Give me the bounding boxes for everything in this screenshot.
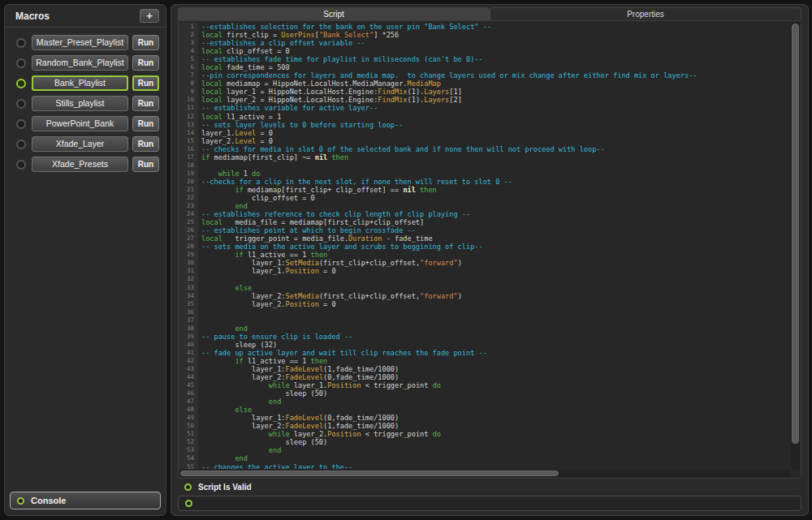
macro-checkbox[interactable]: [16, 99, 26, 109]
line-number: 51: [179, 430, 198, 438]
macro-name-button[interactable]: Random_Bank_Playlist: [32, 55, 128, 71]
line-number: 14: [179, 129, 198, 137]
line-number: 7: [179, 71, 198, 80]
code-text: layer_2:FadeLevel(1,fade_time/1000): [198, 422, 399, 430]
tab-script[interactable]: Script: [178, 7, 490, 20]
macro-name-button[interactable]: Xfade_Presets: [32, 157, 128, 172]
code-line: 51 while layer_2.Position < trigger_poin…: [179, 430, 790, 438]
code-line: 10local layer_2 = HippoNet.LocalHost.Eng…: [179, 96, 790, 104]
code-line: 36: [179, 308, 790, 316]
code-text: if l1_active == 1 then: [198, 357, 327, 365]
code-text: layer_1:SetMedia(first_clip+clip_offset,…: [198, 259, 462, 267]
output-led-icon: [185, 500, 192, 507]
code-line: 28-- sets media on the active layer and …: [179, 243, 790, 251]
line-number: 15: [179, 137, 198, 145]
code-line: 50 layer_2:FadeLevel(1,fade_time/1000): [179, 422, 790, 430]
line-number: 45: [179, 381, 198, 389]
code-line: 54 end: [179, 454, 790, 462]
line-number: 43: [179, 365, 198, 373]
code-text: else: [198, 284, 252, 292]
code-line: 20--checks for a clip in the next slot, …: [179, 178, 790, 186]
macro-list: Master_Preset_PlaylistRunRandom_Bank_Pla…: [5, 28, 166, 174]
code-text: end: [198, 398, 281, 406]
code-line: 39-- pause to ensure clip is loaded --: [179, 333, 790, 341]
code-text: while layer_2.Position < trigger_point d…: [198, 430, 441, 438]
macro-run-button[interactable]: Run: [132, 136, 159, 152]
code-text: layer_1.Position = 0: [198, 267, 336, 275]
code-text: local trigger_point = media_file.Duratio…: [198, 234, 433, 243]
macro-checkbox[interactable]: [16, 140, 26, 149]
line-number: 50: [179, 422, 198, 430]
line-number: 6: [179, 63, 198, 71]
line-number: 12: [179, 113, 198, 121]
code-text: --pin correspondences for layers and med…: [198, 71, 698, 80]
code-line: 18: [179, 161, 790, 170]
horizontal-scrollbar[interactable]: [179, 470, 790, 477]
code-text: clip_offset = 0: [198, 194, 315, 202]
code-text: if mediamap[first_clip] ~= nil then: [198, 153, 348, 161]
code-line: 2local first_clip = UserPins["Bank Selec…: [179, 31, 790, 39]
code-text: [198, 308, 201, 316]
code-line: 4local clip_offset = 0: [179, 47, 790, 55]
macro-name-button[interactable]: Master_Preset_Playlist: [32, 35, 128, 50]
line-number: 32: [179, 275, 198, 283]
code-text: layer_2:FadeLevel(0,fade_time/1000): [198, 373, 399, 381]
line-number: 9: [179, 88, 198, 96]
script-output-bar: [178, 496, 801, 511]
code-line: 30 layer_1:SetMedia(first_clip+clip_offs…: [179, 259, 790, 267]
line-number: 3: [179, 39, 198, 47]
code-text: layer_2.Position = 0: [198, 300, 336, 308]
code-editor[interactable]: 1--establishes selection for the bank on…: [178, 20, 801, 479]
line-number: 24: [179, 210, 198, 218]
code-text: end: [198, 446, 281, 454]
code-line: 47 end: [179, 398, 790, 406]
code-text: local mediamap = HippoNet.LocalHost.Medi…: [198, 80, 441, 88]
line-number: 48: [179, 406, 198, 414]
vertical-scrollbar[interactable]: [791, 22, 800, 469]
macro-name-button[interactable]: PowerPoint_Bank: [32, 116, 128, 131]
code-text: layer_2:SetMedia(first_clip+clip_offset,…: [198, 292, 462, 300]
vertical-scrollbar-thumb[interactable]: [792, 24, 799, 444]
code-text: while layer_1.Position < trigger_point d…: [198, 381, 441, 389]
line-number: 4: [179, 47, 198, 55]
code-text: while 1 do: [198, 170, 260, 178]
line-number: 35: [179, 300, 198, 308]
macro-checkbox[interactable]: [16, 79, 26, 88]
code-text: local l1_active = 1: [198, 113, 281, 121]
line-number: 54: [179, 454, 198, 462]
code-line: 26-- establishes point at which to begin…: [179, 226, 790, 234]
macro-checkbox[interactable]: [16, 38, 26, 48]
macro-run-button[interactable]: Run: [132, 96, 159, 111]
macro-run-button[interactable]: Run: [132, 157, 159, 172]
code-text: -- sets media on the active layer and sc…: [198, 243, 483, 251]
macro-checkbox[interactable]: [16, 119, 26, 129]
macro-checkbox[interactable]: [16, 58, 26, 68]
console-label: Console: [31, 496, 66, 505]
code-line: 33 else: [179, 284, 790, 292]
horizontal-scrollbar-thumb[interactable]: [180, 471, 559, 476]
code-line: 12local l1_active = 1: [179, 113, 790, 121]
line-number: 47: [179, 398, 198, 406]
code-text: -- sets layer levels to 0 before startin…: [198, 121, 403, 129]
line-number: 22: [179, 194, 198, 202]
code-text: [198, 275, 201, 283]
macro-run-button[interactable]: Run: [132, 55, 159, 71]
macro-run-button[interactable]: Run: [132, 35, 159, 50]
code-lines[interactable]: 1--establishes selection for the bank on…: [179, 23, 790, 469]
code-line: 27local trigger_point = media_file.Durat…: [179, 234, 790, 243]
line-number: 44: [179, 373, 198, 381]
macro-run-button[interactable]: Run: [132, 116, 159, 131]
add-macro-button[interactable]: +: [140, 9, 159, 23]
macro-name-button[interactable]: Xfade_Layer: [32, 136, 128, 152]
macro-run-button[interactable]: Run: [132, 75, 159, 91]
macro-name-button[interactable]: Bank_Playlist: [32, 75, 128, 91]
code-line: 34 layer_2:SetMedia(first_clip+clip_offs…: [179, 292, 790, 300]
macro-checkbox[interactable]: [16, 160, 26, 170]
macro-name-button[interactable]: Stills_playlist: [32, 96, 128, 111]
script-panel: Script Properties 1--establishes selecti…: [171, 4, 809, 516]
code-line: 16-- checks for media in slot 0 of the s…: [179, 145, 790, 153]
console-button[interactable]: Console: [10, 492, 161, 509]
tab-properties[interactable]: Properties: [490, 7, 801, 20]
line-number: 8: [179, 80, 198, 88]
line-number: 49: [179, 414, 198, 422]
